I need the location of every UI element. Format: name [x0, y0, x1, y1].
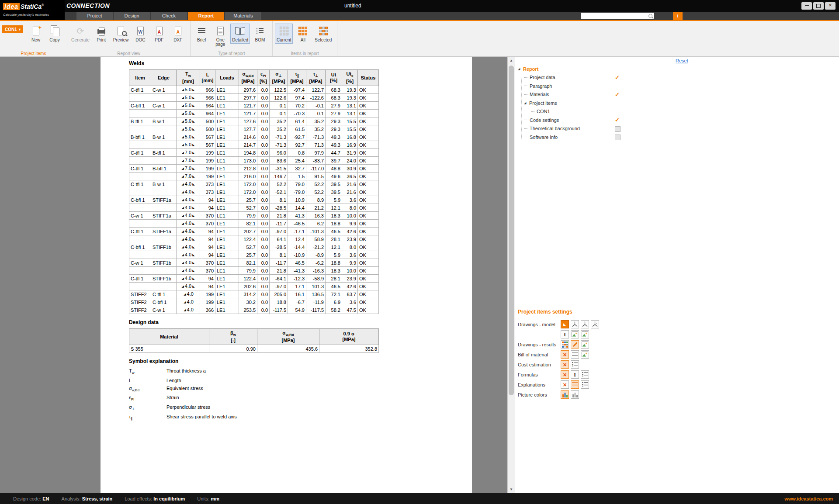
- text-style-icon[interactable]: I: [561, 330, 569, 338]
- minimize-button[interactable]: [801, 2, 812, 10]
- all-button[interactable]: All: [294, 24, 312, 44]
- settings-row-label: Picture colors: [518, 392, 561, 397]
- list-highlight-icon[interactable]: [571, 380, 579, 389]
- checkbox-unchecked-icon[interactable]: [615, 135, 621, 140]
- tab-design[interactable]: Design: [114, 12, 150, 20]
- ribbon-group-caption: Items in report: [273, 51, 337, 56]
- picture-frame-icon[interactable]: [581, 330, 589, 338]
- print-icon: [94, 25, 108, 37]
- tree-item-materials[interactable]: Materials✓: [518, 90, 703, 99]
- search-icon[interactable]: [648, 14, 652, 18]
- column-header: L[mm]: [200, 70, 215, 86]
- generate-button[interactable]: ⟳Generate: [69, 24, 91, 44]
- weld-row: ◢5.0◣567LE1214.70.0-71.392.771.349.316.9…: [129, 141, 379, 149]
- tree-item-software-info[interactable]: Software info: [518, 133, 703, 142]
- copy-button[interactable]: Copy: [46, 24, 63, 44]
- info-button[interactable]: i: [673, 12, 683, 20]
- weld-row: ◢4.0◣94LE1202.60.0-97.017.1101.346.542.6…: [129, 283, 379, 290]
- status-units: Units: mm: [197, 496, 219, 501]
- tab-report[interactable]: Report: [188, 12, 224, 20]
- grayscale-icon[interactable]: [571, 390, 579, 399]
- onepage-button[interactable]: One page: [211, 24, 229, 48]
- settings-row-formulas: Formulas×I: [518, 369, 706, 380]
- new-button[interactable]: +New: [27, 24, 45, 44]
- weld-row: ◢4.0◣94LE152.70.0-28.514.421.212.18.0OK: [129, 204, 379, 212]
- title-bar: untitled ×: [0, 0, 839, 12]
- scroll-down-icon[interactable]: ▼: [508, 486, 515, 493]
- tree-item-project-data[interactable]: Project data✓: [518, 73, 703, 82]
- bom-button[interactable]: BOM: [251, 24, 269, 44]
- list-icon[interactable]: [571, 360, 579, 369]
- pdf-button[interactable]: APDF: [150, 24, 168, 44]
- expand-icon[interactable]: ◢: [524, 101, 528, 105]
- column-header: Item: [129, 70, 151, 86]
- ribbon-group-report-view: ⟳GeneratePrintPreviewWDOCAPDFADXFReport …: [67, 21, 191, 56]
- axonometry-front-icon[interactable]: [581, 320, 589, 328]
- axonometry-icon[interactable]: [571, 320, 579, 328]
- tree-item-theoretical-background[interactable]: Theoretical background: [518, 124, 703, 133]
- weld-row: STIFF2C-tfl 1◢4.0199LE1314.20.0205.016.1…: [129, 290, 379, 298]
- tree-item-project-items[interactable]: ◢Project items: [518, 99, 703, 107]
- none-icon[interactable]: ×: [561, 380, 569, 389]
- axonometry-z-icon[interactable]: z: [591, 320, 599, 328]
- colors-icon[interactable]: [561, 390, 569, 399]
- picture-icon[interactable]: [571, 330, 579, 338]
- tab-check[interactable]: Check: [151, 12, 187, 20]
- list-icon[interactable]: [581, 380, 589, 389]
- tab-project[interactable]: Project: [76, 12, 113, 20]
- weld-row: C-bfl 1STIFF1a◢4.0◣94LE125.70.08.110.98.…: [129, 196, 379, 204]
- picture-icon[interactable]: [581, 350, 589, 359]
- weld-row: ◢4.0◣370LE182.10.0-11.7-46.56.218.89.9OK: [129, 220, 379, 228]
- detailed-button[interactable]: Detailed: [230, 24, 250, 44]
- column-header: σw,Rd[MPa]: [257, 329, 319, 345]
- picture-icon[interactable]: [581, 340, 589, 349]
- weld-drawing-icon[interactable]: ◣: [561, 320, 569, 328]
- none-icon[interactable]: ×: [561, 360, 569, 369]
- ribbon-button-label: New: [31, 38, 40, 42]
- tree-item-paragraph[interactable]: Paragraph: [518, 82, 703, 90]
- maximize-icon: [816, 4, 821, 8]
- scroll-up-icon[interactable]: ▲: [508, 57, 515, 64]
- brief-button[interactable]: Brief: [193, 24, 210, 44]
- sketch-pen-icon[interactable]: [571, 340, 579, 349]
- inline-formula-icon[interactable]: I: [571, 370, 579, 379]
- none-icon[interactable]: ×: [561, 350, 569, 359]
- print-button[interactable]: Print: [93, 24, 110, 44]
- current-icon: [277, 25, 291, 37]
- tab-materials[interactable]: Materials: [225, 12, 261, 20]
- reset-link[interactable]: Reset: [676, 58, 688, 63]
- report-scrollbar[interactable]: ▲ ▼: [507, 57, 515, 493]
- tree-item-con1[interactable]: CON1: [518, 107, 710, 116]
- checkbox-checked-icon[interactable]: ✓: [615, 91, 620, 98]
- expand-icon[interactable]: ◢: [518, 67, 522, 71]
- search-input[interactable]: [581, 13, 648, 19]
- selected-button[interactable]: Selected: [313, 24, 333, 44]
- weld-row: ◢7.0◣199LE1173.00.083.625.4-83.739.724.0…: [129, 157, 379, 165]
- symbol-explanation: TwThroat thickness aLLengthσw,EdEquivale…: [129, 367, 472, 422]
- doc-button[interactable]: WDOC: [132, 24, 149, 44]
- dxf-icon: A: [171, 25, 185, 37]
- mesh-results-icon[interactable]: [561, 340, 569, 349]
- active-item-button[interactable]: CON1▾: [2, 25, 23, 33]
- list-icon[interactable]: [581, 370, 589, 379]
- maximize-button[interactable]: [813, 2, 824, 10]
- close-button[interactable]: ×: [825, 2, 836, 10]
- weld-row: STIFF2C-bfl 1◢4.0199LE130.20.018.8-6.7-1…: [129, 298, 379, 306]
- status-label: Design code:: [13, 496, 42, 501]
- checkbox-unchecked-icon[interactable]: [615, 126, 621, 132]
- preview-button[interactable]: Preview: [111, 24, 131, 44]
- website-link[interactable]: www.ideastatica.com: [784, 496, 833, 501]
- tree-item-report[interactable]: ◢Report: [518, 65, 697, 73]
- checkbox-checked-icon[interactable]: ✓: [615, 74, 620, 81]
- ribbon-button-label: Detailed: [232, 38, 248, 42]
- symbol-explanation-heading: Symbol explanation: [129, 358, 472, 364]
- dxf-button[interactable]: ADXF: [169, 24, 187, 44]
- weld-row: ◢4.0◣373LE1172.00.0-52.1-79.052.239.521.…: [129, 188, 379, 196]
- ribbon-group-type-of-report: BriefOne pageDetailedBOMType of report: [191, 21, 273, 56]
- table-lines-icon[interactable]: [571, 350, 579, 359]
- none-icon[interactable]: ×: [561, 370, 569, 379]
- scrollbar-thumb[interactable]: [509, 66, 514, 395]
- current-button[interactable]: Current: [275, 24, 293, 44]
- checkbox-checked-icon[interactable]: ✓: [615, 117, 620, 123]
- tree-item-code-settings[interactable]: Code settings✓: [518, 116, 703, 124]
